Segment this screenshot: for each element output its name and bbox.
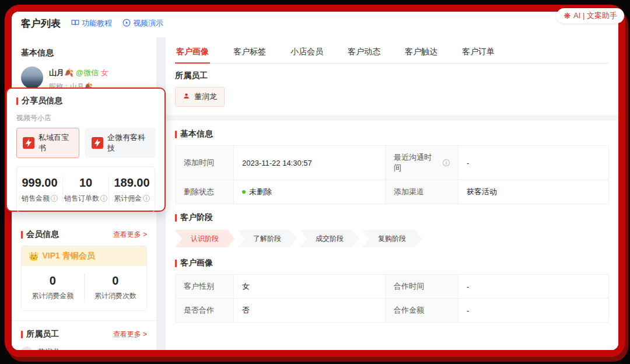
member-stat-value: 0 xyxy=(85,274,147,288)
customer-stage-section-header: 客户阶段 xyxy=(175,212,609,223)
field-value: - xyxy=(459,299,608,322)
screenshot-stage: 客户列表 功能教程 视频演示 xyxy=(0,0,630,364)
field-label: 合作金额 xyxy=(386,299,459,322)
shop-chip-label: 私域百宝书 xyxy=(38,132,73,153)
red-bar-icon xyxy=(16,97,18,105)
member-stat-label: 累计消费金额 xyxy=(22,291,84,301)
info-icon[interactable] xyxy=(51,195,58,202)
field-label: 删除状态 xyxy=(176,180,234,204)
shop-logo-icon xyxy=(23,137,34,149)
status-dot-icon xyxy=(242,190,246,194)
page-header: 客户列表 功能教程 视频演示 xyxy=(12,12,618,32)
field-value: 2023-11-22 14:30:57 xyxy=(234,146,386,180)
field-label: 最近沟通时间 xyxy=(386,146,459,180)
red-bar-icon xyxy=(21,331,23,338)
info-icon[interactable] xyxy=(143,195,150,202)
info-icon[interactable] xyxy=(100,195,107,202)
tutorial-link[interactable]: 功能教程 xyxy=(71,18,112,29)
sharer-stat: 189.00 累计佣金 xyxy=(108,176,155,204)
basic-info-title: 基本信息 xyxy=(180,129,213,139)
red-bar-icon xyxy=(175,214,177,222)
ai-copywriter-badge[interactable]: ❋ AI | 文案助手 xyxy=(556,8,624,23)
tab-customer-orders[interactable]: 客户订单 xyxy=(461,43,496,63)
stage-step-deal: 成交阶段 xyxy=(300,230,359,247)
page-title: 客户列表 xyxy=(21,17,61,30)
basic-info-title-wrap: 基本信息 xyxy=(175,129,213,139)
staff-section-header: 所属员工 查看更多 > xyxy=(21,329,147,340)
portrait-table: 客户性别 女 合作时间 - 是否合作 否 合作金额 - xyxy=(175,274,609,323)
vip-level-label: VIP1 青铜会员 xyxy=(42,251,94,261)
shop-chip-label: 企微有客科技 xyxy=(107,132,149,153)
customer-name-row: 山月🍂 @微信 女 xyxy=(49,68,108,78)
field-label: 客户性别 xyxy=(176,275,234,298)
member-card: 👑 VIP1 青铜会员 0 累计消费金额 0 累计消费次数 xyxy=(21,246,147,311)
member-stat: 0 累计消费次数 xyxy=(84,274,147,301)
customer-channel: @微信 xyxy=(76,68,99,77)
customer-avatar xyxy=(21,66,43,89)
field-value: 获客活动 xyxy=(459,180,608,204)
member-section-title: 会员信息 xyxy=(26,229,59,240)
stage-step-repurchase: 复购阶段 xyxy=(362,230,422,247)
staff-section-title: 所属员工 xyxy=(26,329,59,340)
portrait-section-header: 客户画像 xyxy=(175,258,609,268)
stat-value: 10 xyxy=(63,176,108,190)
video-demo-label: 视频演示 xyxy=(133,18,163,29)
sharer-stats-card: 999.00 销售金额 10 销售订单数 189.00 累计佣金 xyxy=(16,166,155,212)
field-label-text: 最近沟通时间 xyxy=(394,152,438,173)
person-icon xyxy=(183,92,190,102)
assigned-staff-label: 所属员工 xyxy=(175,71,609,81)
table-row: 客户性别 女 合作时间 - xyxy=(176,275,608,298)
red-bar-icon xyxy=(175,260,177,267)
field-label: 添加时间 xyxy=(176,146,234,180)
stat-label-text: 销售订单数 xyxy=(64,194,99,202)
table-row: 删除状态 未删除 添加渠道 获客活动 xyxy=(176,180,608,204)
table-row: 添加时间 2023-11-22 14:30:57 最近沟通时间 - xyxy=(176,146,608,180)
shop-chip-siyu[interactable]: 私域百宝书 xyxy=(16,128,79,158)
person-icon xyxy=(21,346,33,350)
red-bar-icon xyxy=(21,231,23,239)
tab-shop-member[interactable]: 小店会员 xyxy=(289,43,324,63)
basic-info-table: 添加时间 2023-11-22 14:30:57 最近沟通时间 - 删除状态 xyxy=(175,145,609,204)
crown-icon: 👑 xyxy=(29,251,38,261)
info-icon[interactable] xyxy=(443,159,450,166)
sharer-title-wrap: 分享员信息 xyxy=(16,96,62,106)
field-label: 合作时间 xyxy=(386,275,459,298)
staff-view-more-link[interactable]: 查看更多 > xyxy=(113,330,147,340)
sharer-section-header: 分享员信息 xyxy=(16,96,155,106)
member-view-more-link[interactable]: 查看更多 > xyxy=(113,230,147,240)
sharer-info-popover: 分享员信息 视频号小店 私域百宝书 企微有客科技 999.00 销 xyxy=(6,88,166,212)
sharer-info-title: 分享员信息 xyxy=(22,96,62,106)
red-bar-icon xyxy=(175,131,177,138)
field-label: 添加渠道 xyxy=(386,180,459,204)
tab-customer-tags[interactable]: 客户标签 xyxy=(232,43,267,63)
stage-step-know: 认识阶段 xyxy=(175,230,235,247)
staff-member-name: 董润龙 xyxy=(37,347,60,350)
shop-chip-list: 私域百宝书 企微有客科技 xyxy=(16,128,155,158)
stage-steps: 认识阶段 了解阶段 成交阶段 复购阶段 xyxy=(175,230,609,247)
stat-value: 189.00 xyxy=(109,176,155,190)
assigned-staff-block: 所属员工 董润龙 xyxy=(175,64,609,115)
ai-badge-label: AI | 文案助手 xyxy=(573,10,617,21)
staff-row: 董润龙 xyxy=(21,346,147,350)
stat-label: 累计佣金 xyxy=(109,194,155,204)
customer-stage-title: 客户阶段 xyxy=(180,212,213,223)
video-shop-label: 视频号小店 xyxy=(16,113,155,123)
book-icon xyxy=(71,19,79,29)
staff-chip[interactable]: 董润龙 xyxy=(175,87,225,107)
tab-customer-reach[interactable]: 客户触达 xyxy=(404,43,439,63)
tab-customer-portrait[interactable]: 客户画像 xyxy=(175,43,210,63)
member-section-header: 会员信息 查看更多 > xyxy=(21,229,147,240)
portrait-title: 客户画像 xyxy=(180,258,213,268)
member-stat-value: 0 xyxy=(22,274,84,288)
tab-customer-activity[interactable]: 客户动态 xyxy=(346,43,382,63)
field-value: - xyxy=(459,275,608,298)
portrait-title-wrap: 客户画像 xyxy=(175,258,213,268)
shop-chip-qiwei[interactable]: 企微有客科技 xyxy=(85,128,155,158)
tutorial-link-label: 功能教程 xyxy=(82,18,112,29)
tab-bar: 客户画像 客户标签 小店会员 客户动态 客户触达 客户订单 xyxy=(175,37,609,64)
status-text: 未删除 xyxy=(249,187,272,197)
video-demo-link[interactable]: 视频演示 xyxy=(123,18,163,29)
ai-icon: ❋ xyxy=(564,12,570,20)
sidebar-basic-info-title: 基本信息 xyxy=(21,48,147,58)
sidebar-divider xyxy=(12,320,156,321)
